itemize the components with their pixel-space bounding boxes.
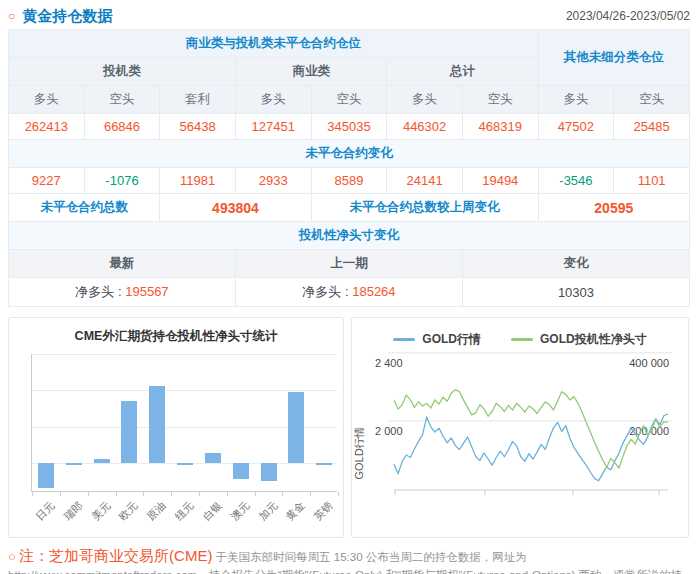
bar-瑞郎: [66, 463, 82, 465]
bar-加元: [261, 463, 277, 481]
change-value: 1101: [614, 168, 690, 194]
header-other-group: 其他未细分类仓位: [538, 30, 689, 86]
line-chart-svg: 2 400400 0002 000200 000GOLD行情: [352, 348, 688, 511]
x-axis-tick: [199, 492, 200, 496]
position-value: 25485: [614, 114, 690, 140]
x-axis-label: 澳元: [228, 499, 253, 524]
col-header-short: 空头: [614, 86, 690, 114]
col-header-long: 多头: [9, 86, 85, 114]
net-change-value: 10303: [462, 278, 689, 307]
position-value: 56438: [160, 114, 236, 140]
x-axis-label: 美元: [89, 499, 114, 524]
line-chart-legend: GOLD行情 GOLD投机性净头寸: [352, 331, 688, 348]
x-axis-label: 加元: [256, 499, 281, 524]
x-axis-tick: [255, 492, 256, 496]
x-axis-label: 黄金: [283, 499, 308, 524]
x-axis-tick: [282, 492, 283, 496]
band-open-interest-change: 未平仓合约变化: [9, 140, 690, 168]
position-value: 127451: [235, 114, 311, 140]
section-bullet-icon: ○: [8, 10, 15, 22]
date-range: 2023/04/26-2023/05/02: [566, 9, 690, 23]
net-previous-label: 净多头 :: [302, 284, 348, 299]
change-value: 11981: [160, 168, 236, 194]
col-header-short: 空头: [311, 86, 387, 114]
net-header-change: 变化: [462, 250, 689, 278]
footnote: ○ 注：芝加哥商业交易所(CME) 于美国东部时间每周五 15:30 公布当周二…: [8, 545, 690, 574]
bar-chart-title: CME外汇期货持仓投机性净头寸统计: [9, 328, 343, 345]
col-header-spread: 套利: [160, 86, 236, 114]
position-value: 262413: [9, 114, 85, 140]
left-axis-tick-label: 2 400: [375, 357, 403, 369]
positions-table: 商业类与投机类未平仓合约仓位 其他未细分类仓位 投机类 商业类 总计 多头 空头…: [8, 29, 690, 307]
bar-日元: [38, 463, 54, 488]
x-axis-tick: [143, 492, 144, 496]
position-value: 345035: [311, 114, 387, 140]
table-row: 多头 空头 套利 多头 空头 多头 空头 多头 空头: [9, 86, 690, 114]
left-axis-title: GOLD行情: [353, 426, 365, 479]
net-previous-cell: 净多头 : 185264: [235, 278, 462, 307]
change-value: 24141: [387, 168, 463, 194]
x-axis-tick: [88, 492, 89, 496]
x-axis-label: 原油: [144, 499, 169, 524]
x-axis-label: 英镑: [311, 499, 336, 524]
net-header-latest: 最新: [9, 250, 236, 278]
page-header: ○ 黄金持仓数据 2023/04/26-2023/05/02: [8, 0, 690, 29]
bar-chart-card: CME外汇期货持仓投机性净头寸统计 日元瑞郎美元欧元原油纽元白银澳元加元黄金英镑: [8, 317, 344, 538]
charts-row: CME外汇期货持仓投机性净头寸统计 日元瑞郎美元欧元原油纽元白银澳元加元黄金英镑…: [8, 317, 690, 538]
x-axis-tick: [116, 492, 117, 496]
change-value: -1076: [84, 168, 160, 194]
x-axis-label: 瑞郎: [61, 499, 86, 524]
position-value: 66846: [84, 114, 160, 140]
position-value: 47502: [538, 114, 614, 140]
right-axis-tick-label: 200 000: [629, 425, 669, 437]
change-value: 2933: [235, 168, 311, 194]
header-speculative: 投机类: [9, 58, 236, 86]
note-source: 注：芝加哥商业交易所(CME): [19, 547, 212, 564]
gridline: [32, 354, 337, 355]
bar-黄金: [288, 392, 304, 463]
net-latest-cell: 净多头 : 195567: [9, 278, 236, 307]
bar-欧元: [121, 401, 137, 463]
x-axis-label: 欧元: [117, 499, 142, 524]
legend-item-gold-net-position[interactable]: GOLD投机性净头寸: [511, 331, 647, 348]
net-header-previous: 上一期: [235, 250, 462, 278]
change-value: 9227: [9, 168, 85, 194]
legend-item-gold-price[interactable]: GOLD行情: [393, 331, 481, 348]
net-header-row: 最新 上一期 变化: [9, 250, 690, 278]
net-latest-label: 净多头 :: [75, 284, 121, 299]
legend-label: GOLD行情: [422, 331, 481, 348]
left-axis-tick-label: 2 000: [375, 425, 403, 437]
col-header-short: 空头: [84, 86, 160, 114]
position-value: 468319: [462, 114, 538, 140]
x-axis-tick: [227, 492, 228, 496]
x-axis-label: 日元: [33, 499, 58, 524]
total-open-interest-value: 493804: [160, 194, 311, 222]
x-axis-tick: [60, 492, 61, 496]
total-open-interest-label: 未平仓合约总数: [9, 194, 160, 222]
col-header-short: 空头: [462, 86, 538, 114]
change-value: 19494: [462, 168, 538, 194]
positions-row: 262413 66846 56438 127451 345035 446302 …: [9, 114, 690, 140]
page-title: 黄金持仓数据: [22, 7, 112, 26]
x-axis-tick: [310, 492, 311, 496]
table-row: 商业类与投机类未平仓合约仓位 其他未细分类仓位: [9, 30, 690, 58]
table-row: 投机性净头寸变化: [9, 222, 690, 250]
gold-net-position-line-swatch: [511, 338, 533, 341]
totals-row: 未平仓合约总数 493804 未平仓合约总数较上周变化 20595: [9, 194, 690, 222]
x-axis-label: 纽元: [172, 499, 197, 524]
band-net-position-change: 投机性净头寸变化: [9, 222, 690, 250]
net-data-row: 净多头 : 195567 净多头 : 185264 10303: [9, 278, 690, 307]
legend-label: GOLD投机性净头寸: [540, 331, 647, 348]
position-value: 446302: [387, 114, 463, 140]
col-header-long: 多头: [387, 86, 463, 114]
bar-原油: [149, 386, 165, 463]
x-axis-tick: [32, 492, 33, 496]
bar-白银: [205, 453, 221, 463]
gold-positions-page: ○ 黄金持仓数据 2023/04/26-2023/05/02 商业类与投机类未平…: [0, 0, 698, 574]
header-commercial: 商业类: [235, 58, 386, 86]
bar-plot: 日元瑞郎美元欧元原油纽元白银澳元加元黄金英镑: [31, 354, 337, 492]
col-header-long: 多头: [538, 86, 614, 114]
bar-美元: [94, 459, 110, 463]
weekly-change-value: 20595: [538, 194, 689, 222]
x-axis-tick: [338, 492, 339, 496]
